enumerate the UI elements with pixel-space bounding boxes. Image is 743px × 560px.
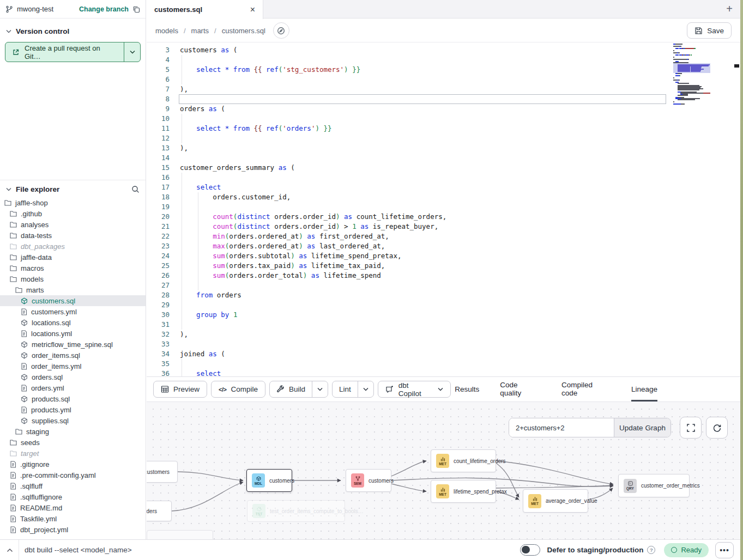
tab-compiled-code[interactable]: Compiled code	[561, 377, 611, 401]
sidebar-item-dbt-project-yml[interactable]: dbt_project.yml	[0, 524, 146, 535]
sidebar-item-locations-yml[interactable]: locations.yml	[0, 328, 146, 339]
sidebar-item-order-items-yml[interactable]: order_items.yml	[0, 361, 146, 372]
code-line-3[interactable]: 3customers as (	[147, 45, 740, 55]
compile-button[interactable]: </> Compile	[211, 381, 265, 398]
version-control-header[interactable]: Version control	[0, 19, 146, 41]
lineage-node-count-lifetime-orders[interactable]: METcount_lifetime_orders	[431, 449, 496, 472]
compass-icon[interactable]	[273, 22, 289, 39]
sidebar-item-jaffle-shop[interactable]: jaffle-shop	[0, 197, 146, 208]
sidebar-item-order-items-sql[interactable]: order_items.sql	[0, 350, 146, 361]
copy-icon[interactable]	[132, 5, 140, 13]
lineage-node-customer-order-metrics[interactable]: QRYcustomer_order_metrics	[618, 474, 690, 497]
code-line-17[interactable]: 17 select	[147, 182, 740, 192]
sidebar-item-staging[interactable]: staging	[0, 426, 146, 437]
sidebar-item-customers-sql[interactable]: customers.sql	[0, 295, 146, 306]
code-line-19[interactable]: 19	[147, 202, 740, 212]
code-line-13[interactable]: 13),	[147, 143, 740, 153]
sidebar-item--sqlfluffignore[interactable]: .sqlfluffignore	[0, 491, 146, 502]
tab-code-quality[interactable]: Code quality	[500, 377, 541, 401]
sidebar-item-supplies-sql[interactable]: supplies.sql	[0, 415, 146, 426]
code-line-35[interactable]: 35	[147, 359, 740, 369]
sidebar-item-marts[interactable]: marts	[0, 284, 146, 295]
build-button[interactable]: Build	[270, 381, 312, 397]
code-line-24[interactable]: 24 sum(orders.subtotal) as lifetime_spen…	[147, 251, 740, 261]
lineage-node-customers[interactable]: SEMcustomers	[346, 469, 391, 492]
code-line-32[interactable]: 32),	[147, 330, 740, 339]
sidebar-item--gitignore[interactable]: .gitignore	[0, 459, 146, 470]
more-options-button[interactable]: •••	[715, 542, 734, 558]
code-line-11[interactable]: 11 select * from {{ ref('orders') }}	[147, 124, 740, 133]
minimap[interactable]	[673, 44, 726, 153]
sidebar-item-jaffle-data[interactable]: jaffle-data	[0, 252, 146, 263]
code-line-27[interactable]: 27	[147, 281, 740, 290]
new-tab-button[interactable]: +	[726, 3, 733, 15]
create-pr-button-main[interactable]: Create a pull request on Git…	[5, 42, 124, 62]
update-graph-button[interactable]: Update Graph	[614, 418, 670, 437]
sidebar-item-analyses[interactable]: analyses	[0, 219, 146, 230]
code-line-26[interactable]: 26 sum(orders.order_total) as lifetime_s…	[147, 271, 740, 281]
sidebar-item--sqlfluff[interactable]: .sqlfluff	[0, 480, 146, 491]
create-pr-dropdown[interactable]	[124, 42, 140, 62]
code-line-14[interactable]: 14	[147, 153, 740, 163]
code-line-6[interactable]: 6	[147, 75, 740, 84]
sidebar-item-target[interactable]: target	[0, 448, 146, 459]
lineage-node-average-order-value[interactable]: METaverage_order_value	[523, 489, 588, 513]
code-line-18[interactable]: 18 orders.customer_id,	[147, 192, 740, 202]
sidebar-item-models[interactable]: models	[0, 273, 146, 284]
preview-button[interactable]: Preview	[153, 381, 207, 398]
file-explorer-header[interactable]: File explorer	[0, 180, 146, 197]
change-branch-link[interactable]: Change branch	[79, 5, 129, 13]
code-line-33[interactable]: 33	[147, 339, 740, 349]
fullscreen-button[interactable]	[680, 417, 702, 439]
code-line-36[interactable]: 36 select	[147, 369, 740, 376]
code-line-34[interactable]: 34joined as (	[147, 349, 740, 359]
sidebar-item-orders-sql[interactable]: orders.sql	[0, 372, 146, 382]
code-line-5[interactable]: 5 select * from {{ ref('stg_customers') …	[147, 65, 740, 75]
sidebar-item-products-sql[interactable]: products.sql	[0, 393, 146, 404]
lineage-node-orders[interactable]: orders	[147, 501, 172, 521]
sidebar-item-seeds[interactable]: seeds	[0, 437, 146, 448]
code-line-29[interactable]: 29	[147, 300, 740, 310]
tab-customers-sql[interactable]: customers.sql ×	[147, 0, 263, 19]
sidebar-item--pre-commit-config-yaml[interactable]: .pre-commit-config.yaml	[0, 470, 146, 480]
code-line-23[interactable]: 23 max(orders.ordered_at) as last_ordere…	[147, 241, 740, 251]
code-line-8[interactable]: 8	[147, 94, 740, 104]
code-line-22[interactable]: 22 min(orders.ordered_at) as first_order…	[147, 232, 740, 241]
code-line-7[interactable]: 7),	[147, 84, 740, 94]
sidebar-item-data-tests[interactable]: data-tests	[0, 230, 146, 241]
sidebar-item-metricflow-time-spine-sql[interactable]: metricflow_time_spine.sql	[0, 339, 146, 350]
refresh-button[interactable]	[706, 417, 728, 439]
code-editor[interactable]: 3customers as (45 select * from {{ ref('…	[147, 42, 740, 376]
code-line-20[interactable]: 20 count(distinct orders.order_id) as co…	[147, 212, 740, 222]
lint-button[interactable]: Lint	[333, 381, 358, 397]
command-input[interactable]: dbt build --select <model_name>	[25, 546, 520, 554]
code-line-16[interactable]: 16	[147, 173, 740, 182]
chevron-up-icon[interactable]	[7, 548, 13, 552]
lineage-node-customers[interactable]: MDLcustomers	[246, 469, 292, 492]
breadcrumb-marts[interactable]: marts	[191, 27, 209, 35]
sidebar-item--github[interactable]: .github	[0, 208, 146, 219]
code-line-10[interactable]: 10	[147, 114, 740, 124]
code-line-15[interactable]: 15customer_orders_summary as (	[147, 163, 740, 173]
lineage-node-lifetime-spend-pretax[interactable]: METlifetime_spend_pretax	[431, 480, 496, 503]
defer-toggle[interactable]	[520, 544, 540, 556]
breadcrumb-file[interactable]: customers.sql	[222, 27, 265, 35]
code-line-21[interactable]: 21 count(distinct orders.order_id) > 1 a…	[147, 222, 740, 232]
sidebar-item-readme-md[interactable]: README.md	[0, 502, 146, 513]
lineage-search-input[interactable]	[509, 418, 614, 437]
sidebar-item-locations-sql[interactable]: locations.sql	[0, 317, 146, 328]
code-line-12[interactable]: 12	[147, 133, 740, 143]
code-line-25[interactable]: 25 sum(orders.tax_paid) as lifetime_tax_…	[147, 261, 740, 271]
search-icon[interactable]	[131, 185, 140, 193]
code-line-9[interactable]: 9orders as (	[147, 104, 740, 114]
sidebar-item-customers-yml[interactable]: customers.yml	[0, 306, 146, 317]
tab-lineage[interactable]: Lineage	[631, 377, 657, 401]
lineage-node-stg-customers[interactable]: stg_customers	[147, 461, 178, 483]
help-icon[interactable]: ?	[647, 546, 655, 554]
lineage-node-test-order-items-compute-to-bools-[interactable]: TSTtest_order_items_compute_to_bools…	[247, 500, 345, 522]
close-icon[interactable]: ×	[250, 5, 255, 14]
sidebar-item-orders-yml[interactable]: orders.yml	[0, 382, 146, 393]
lint-dropdown[interactable]	[358, 381, 373, 397]
breadcrumb-models[interactable]: models	[155, 27, 178, 35]
code-line-4[interactable]: 4	[147, 55, 740, 65]
